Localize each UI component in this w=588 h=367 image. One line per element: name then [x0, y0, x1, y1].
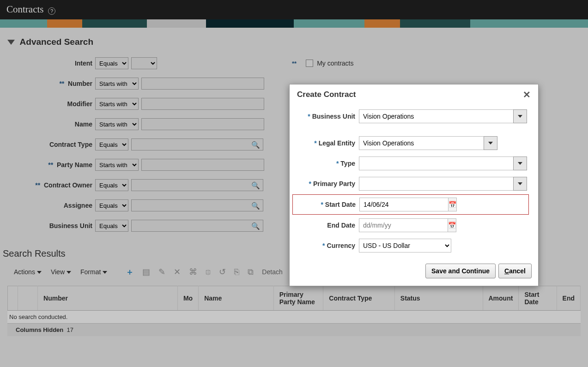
start-date-input[interactable] [359, 198, 449, 211]
calendar-icon[interactable]: 📅 [448, 218, 456, 232]
close-icon[interactable]: ✕ [523, 89, 531, 100]
app-header: Contracts ? [0, 0, 588, 19]
end-date-input[interactable] [359, 218, 448, 232]
chevron-down-icon [488, 142, 493, 144]
save-and-continue-button[interactable]: Save and Continue [425, 264, 496, 278]
row-start-date: *Start Date 📅 [295, 198, 527, 211]
label-currency: Currency [327, 242, 355, 249]
type-input[interactable] [359, 156, 514, 170]
dialog-footer: Save and Continue Cancel [290, 264, 538, 286]
legal-entity-dropdown[interactable] [484, 136, 497, 150]
row-currency: *Currency USD - US Dollar [294, 239, 527, 253]
page-title: Contracts [6, 4, 43, 15]
dialog-title: Create Contract [297, 90, 356, 99]
row-primary-party: *Primary Party [294, 177, 527, 191]
calendar-icon[interactable]: 📅 [449, 198, 457, 211]
label-legal-entity: Legal Entity [319, 139, 355, 147]
label-type: Type [340, 160, 355, 167]
cancel-button[interactable]: Cancel [498, 264, 532, 278]
label-primary-party: Primary Party [313, 180, 355, 187]
chevron-down-icon [518, 115, 522, 118]
dialog-header: Create Contract ✕ [290, 84, 538, 105]
primary-party-input[interactable] [359, 177, 514, 191]
type-dropdown[interactable] [513, 156, 527, 170]
business-unit-input[interactable] [359, 109, 514, 123]
primary-party-dropdown[interactable] [513, 177, 527, 191]
create-contract-dialog: Create Contract ✕ *Business Unit *Legal … [289, 84, 539, 286]
legal-entity-input[interactable] [359, 136, 484, 150]
row-legal-entity: *Legal Entity [294, 136, 527, 150]
row-business-unit: *Business Unit [294, 109, 527, 123]
business-unit-dropdown[interactable] [513, 109, 527, 123]
label-start-date: Start Date [325, 201, 356, 208]
label-end-date: End Date [327, 222, 355, 229]
help-icon[interactable]: ? [48, 7, 55, 15]
start-date-highlight: *Start Date 📅 [292, 194, 529, 215]
chevron-down-icon [518, 182, 522, 185]
row-type: *Type [294, 156, 527, 170]
label-business-unit: Business Unit [312, 113, 355, 120]
row-end-date: End Date 📅 [294, 218, 527, 232]
dialog-body: *Business Unit *Legal Entity *Type *Prim… [290, 105, 538, 264]
chevron-down-icon [518, 162, 522, 165]
currency-select[interactable]: USD - US Dollar [359, 239, 451, 253]
